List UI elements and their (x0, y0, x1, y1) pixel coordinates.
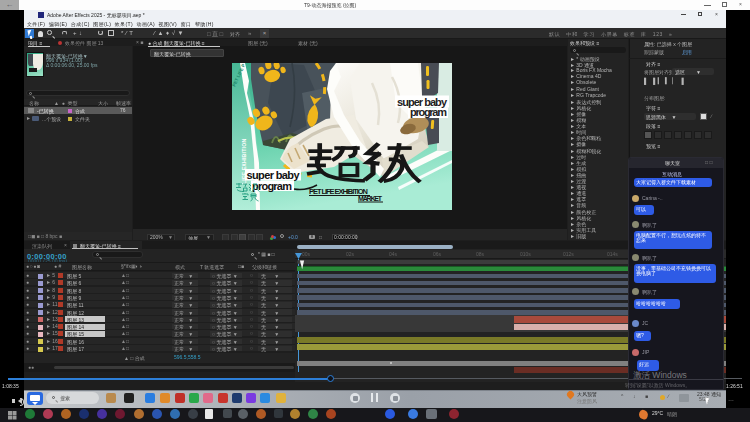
svg-text:program: program (410, 106, 447, 118)
svg-text:MARKET: MARKET (358, 195, 383, 202)
